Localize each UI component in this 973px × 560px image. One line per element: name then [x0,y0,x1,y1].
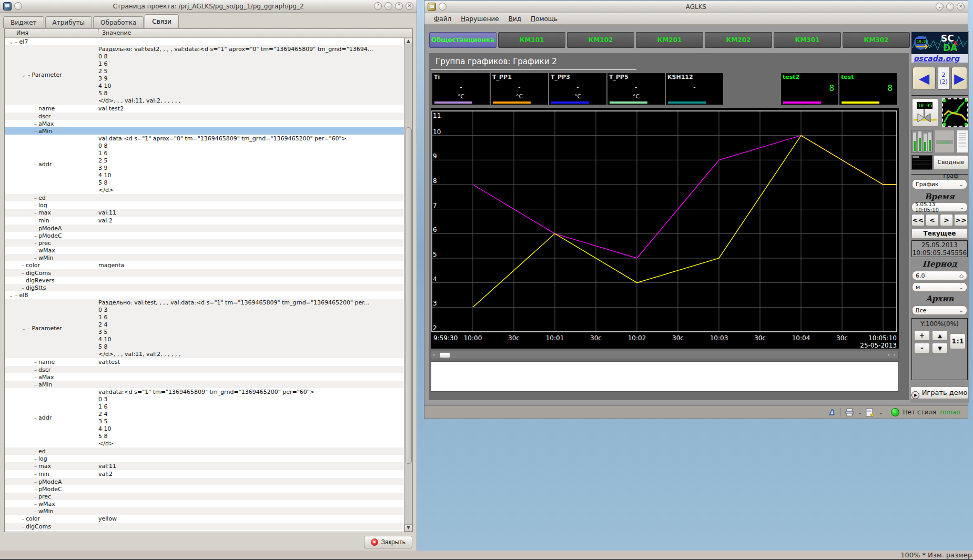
tree-row-digComs[interactable]: –digComs [5,523,404,530]
tree-row-ed[interactable]: –ed [5,447,404,455]
period-spinner[interactable]: 6,0◇ [912,271,967,280]
tree-row-pModeA[interactable]: –pModeA [5,225,404,232]
tree-row-wMax[interactable]: –wMax [5,500,404,507]
user-name[interactable]: roman [940,409,960,416]
aglks-titlebar[interactable]: AGLKS ⌄ ⌃ ✕ [424,1,968,13]
tree-row-el7[interactable]: ⌄ –el7 [5,38,404,45]
tree-row-Parameter[interactable]: ⌄ –ParameterРаздельно: val:test2, , , , … [5,45,404,105]
message-area[interactable] [431,361,899,392]
scroll-right-icon[interactable]: › [894,351,896,358]
tree-row-Parameter[interactable]: ⌄ –ParameterРаздельно: val:test, , , , v… [5,299,404,358]
tree-row-dscr[interactable]: –dscr [5,366,404,373]
expander-icon[interactable]: ⌄ – [22,72,31,78]
scroll-left2-icon[interactable]: ‹ [888,351,890,358]
play-demo-button[interactable]: ▶ Играть демо [910,386,969,399]
current-time-button[interactable]: Текущее время [911,228,968,239]
scrollbar-thumb[interactable] [405,127,412,464]
print-chevron-icon[interactable]: ⌄ [858,410,862,415]
tree-row-wMin[interactable]: –wMin [5,507,404,515]
hscroll-thumb[interactable] [440,352,450,358]
trend-chart[interactable]: 2345678910119:59:3010:0030с10:0130с10:02… [431,108,899,349]
monitor-Ti[interactable]: Ti-°C [432,73,490,105]
tree-row-prec[interactable]: –prec [5,239,404,247]
tree-row-ed[interactable]: –ed [5,194,404,201]
oscada-logo[interactable]: 10.93 SC & DA oscada.org [911,32,968,63]
valve-view-thumbnail[interactable]: 10.95 [912,98,938,127]
tree-vertical-scrollbar[interactable]: ▲ ▼ [404,38,412,532]
help-window-button[interactable]: ? [374,2,382,10]
tree-row-max[interactable]: –maxval:11 [5,462,404,470]
menu-Вид[interactable]: Вид [504,14,525,24]
tab-Атрибуты[interactable]: Атрибуты [45,16,93,28]
monitor-T_PP5[interactable]: T_PP5-°C [607,73,665,105]
step-far-forward-button[interactable]: >> [954,214,968,226]
station-tab-КМ302[interactable]: КМ302 [843,32,910,48]
next-page-button[interactable]: ▶ [951,67,967,90]
tree-row-min[interactable]: –minval:2 [5,217,404,225]
tree-row-wMax[interactable]: –wMax [5,247,404,254]
menu-Помощь[interactable]: Помощь [526,14,562,24]
minimize-window-button[interactable]: ⌄ [384,2,392,10]
step-back-button[interactable]: < [926,214,939,226]
aglks-maximize-button[interactable]: ⌃ [946,3,954,11]
text-view-thumbnail[interactable]: 0-00000 [935,130,955,153]
tree-row-aMin[interactable]: –aMin [5,381,404,388]
export-icon[interactable] [866,408,875,417]
station-tab-КМ201[interactable]: КМ201 [636,32,703,48]
tree-row-addr[interactable]: –addrval:data:<d s="1" aprox="0" tm="136… [5,135,404,194]
monitor-KSH112[interactable]: KSH112- [666,73,723,105]
scroll-left-icon[interactable]: ‹ [433,351,435,358]
document-thumbnail[interactable] [957,130,968,153]
station-tab-Общестанционка[interactable]: Общестанционка [429,32,496,48]
close-button[interactable]: ✕ Закрыть [364,536,412,548]
tab-Виджет[interactable]: Виджет [3,16,44,28]
tree-row-color[interactable]: –coloryellow [5,515,404,523]
zoom-in-button[interactable]: + [914,330,930,341]
chart-horizontal-scrollbar[interactable]: ‹ ‹ › [431,351,899,359]
tree-header[interactable]: Имя Значение [5,29,412,38]
scroll-up-icon[interactable]: ▲ [404,38,412,45]
tree-row-digComs[interactable]: –digComs [5,269,404,277]
tree-row-digRevers[interactable]: –digRevers [5,277,404,284]
monitor-test2[interactable]: test28 [781,73,838,105]
station-tab-КМ202[interactable]: КМ202 [705,32,772,48]
station-tab-КМ102[interactable]: КМ102 [567,32,634,48]
tree-row-aMax[interactable]: –aMax [5,120,404,127]
close-window-button[interactable]: ✕ [406,2,413,10]
tree-row-prec[interactable]: –prec [5,493,404,500]
maximize-window-button[interactable]: ⌃ [395,2,403,10]
menu-Файл[interactable]: Файл [430,14,455,24]
gauges-thumbnail[interactable] [911,130,933,153]
pointer-hand-icon[interactable] [827,408,837,417]
tab-Связи[interactable]: Связи [145,14,179,28]
monitor-T_PP3[interactable]: T_PP3-°C [549,73,606,105]
tree-row-dscr[interactable]: –dscr [5,113,404,120]
tree-row-aMin[interactable]: –aMin [5,127,404,135]
station-tab-КМ301[interactable]: КМ301 [774,32,841,48]
tree-row-name[interactable]: –nameval:test [5,358,404,366]
prev-page-button[interactable]: ◀ [913,67,936,90]
expander-icon[interactable]: ⌄ – [22,325,31,331]
tree-row-pModeC[interactable]: –pModeC [5,485,404,493]
tree-row-addr[interactable]: –addrval:data:<d s="1" tm="1369465809" t… [5,388,404,447]
monitor-test[interactable]: test8 [839,73,897,105]
left-titlebar[interactable]: Страница проекта: /prj_AGLKS/pg_so/pg_1/… [0,0,417,13]
tree-row-min[interactable]: –minval:2 [5,470,404,478]
one-to-one-button[interactable]: 1:1 [950,333,966,349]
archive-select[interactable]: Все⌄ [912,306,967,315]
tab-Обработка[interactable]: Обработка [93,16,144,28]
column-name[interactable]: Имя [5,29,98,37]
shift-up-button[interactable]: ▲ [932,330,948,341]
summary-thumbnail[interactable] [911,155,933,170]
tree-row-el8[interactable]: ⌄ –el8 [5,291,404,299]
tree-row-color[interactable]: –colormagenta [5,261,404,269]
tree-row-pModeC[interactable]: –pModeC [5,232,404,239]
step-far-back-button[interactable]: << [911,214,925,226]
tree-row-log[interactable]: –log [5,201,404,209]
tree-row-pModeA[interactable]: –pModeA [5,478,404,485]
tree-row-name[interactable]: –nameval:test2 [5,105,404,113]
step-forward-button[interactable]: > [940,214,953,226]
expander-icon[interactable]: ⌄ – [9,39,18,45]
time-combo[interactable]: 5.05.13 10:05:10⌄ [911,202,968,212]
scroll-down-icon[interactable]: ▼ [404,524,412,532]
